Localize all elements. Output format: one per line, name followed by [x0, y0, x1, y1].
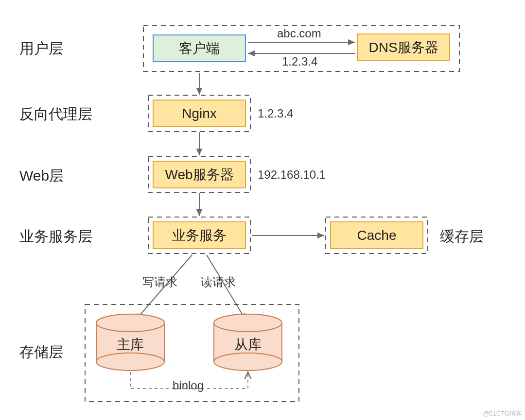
dns-label: DNS服务器 [357, 34, 450, 61]
layer-label-storage: 存储层 [19, 342, 63, 362]
nginx-label: Nginx [153, 100, 245, 127]
biz-label: 业务服务 [153, 222, 245, 249]
layer-label-cache: 缓存层 [440, 227, 484, 247]
diagram-canvas [0, 0, 525, 420]
web-label: Web服务器 [153, 161, 245, 188]
layer-label-service: 业务服务层 [19, 227, 92, 247]
client-label: 客户端 [153, 35, 245, 62]
svg-point-5 [96, 314, 164, 332]
edge-label-write: 写请求 [142, 274, 177, 290]
edge-label-binlog: binlog [173, 379, 204, 392]
slave-db-label: 从库 [214, 333, 282, 357]
cache-label: Cache [331, 222, 423, 249]
layer-label-web: Web层 [19, 166, 64, 186]
watermark: @51CTO博客 [483, 409, 522, 418]
layer-label-user: 用户层 [19, 39, 63, 59]
edge-label-dns-req: abc.com [277, 27, 321, 40]
edge-label-read: 读请求 [201, 274, 236, 290]
web-ip: 192.168.10.1 [258, 168, 326, 182]
edge-label-dns-resp: 1.2.3.4 [282, 55, 317, 68]
svg-point-11 [214, 314, 282, 332]
layer-label-proxy: 反向代理层 [19, 104, 92, 124]
nginx-ip: 1.2.3.4 [258, 107, 293, 120]
master-db-label: 主库 [96, 333, 164, 357]
architecture-diagram: 用户层 反向代理层 Web层 业务服务层 缓存层 存储层 客户端 DNS服务器 … [0, 0, 525, 420]
